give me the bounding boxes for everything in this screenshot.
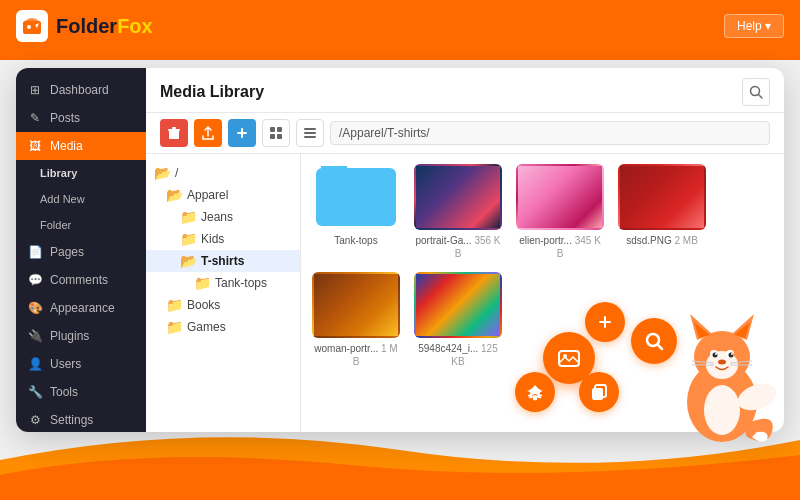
folder-open-icon: 📂 [166, 187, 183, 203]
folder-icon: 📁 [180, 231, 197, 247]
image-thumbnail [516, 164, 604, 230]
sidebar-item-tools[interactable]: 🔧 Tools [16, 378, 146, 406]
image-thumbnail [618, 164, 706, 230]
svg-rect-6 [168, 129, 180, 131]
path-breadcrumb: /Apparel/T-shirts/ [330, 121, 770, 145]
tree-item-tanktops[interactable]: 📁 Tank-tops [146, 272, 300, 294]
svg-rect-14 [304, 132, 316, 134]
fab-copy-button[interactable] [579, 372, 619, 412]
image-thumbnail [312, 272, 400, 338]
sidebar-item-posts[interactable]: ✎ Posts [16, 104, 146, 132]
file-name: portrait-Ga... 356 KB [414, 234, 502, 260]
folder-icon: 📁 [166, 297, 183, 313]
tree-item-books[interactable]: 📁 Books [146, 294, 300, 316]
file-item-portrait-ga[interactable]: portrait-Ga... 356 KB [413, 164, 503, 260]
users-icon: 👤 [28, 357, 42, 371]
svg-point-39 [731, 353, 733, 355]
folder-icon: 📁 [194, 275, 211, 291]
upload-button[interactable] [194, 119, 222, 147]
sidebar-item-pages[interactable]: 📄 Pages [16, 238, 146, 266]
svg-rect-12 [277, 134, 282, 139]
appearance-icon: 🎨 [28, 301, 42, 315]
comments-icon: 💬 [28, 273, 42, 287]
file-item-sdsd-png[interactable]: sdsd.PNG 2 MB [617, 164, 707, 260]
svg-point-36 [713, 353, 718, 358]
tree-item-jeans[interactable]: 📁 Jeans [146, 206, 300, 228]
gallery-icon [558, 347, 580, 369]
folder-thumbnail [312, 164, 400, 230]
sidebar-item-plugins[interactable]: 🔌 Plugins [16, 322, 146, 350]
search-button[interactable] [742, 78, 770, 106]
svg-point-40 [718, 360, 726, 365]
tree-item-games[interactable]: 📁 Games [146, 316, 300, 338]
toolbar: /Apparel/T-shirts/ [146, 113, 784, 154]
svg-rect-24 [592, 388, 603, 400]
list-view-button[interactable] [296, 119, 324, 147]
file-item-tank-tops-folder[interactable]: Tank-tops [311, 164, 401, 260]
sidebar-item-library[interactable]: Library [16, 160, 146, 186]
sidebar-item-settings[interactable]: ⚙ Settings [16, 406, 146, 432]
svg-point-37 [729, 353, 734, 358]
sidebar-item-comments[interactable]: 💬 Comments [16, 266, 146, 294]
upload-fab-icon [526, 383, 544, 401]
help-button[interactable]: Help ▾ [724, 14, 784, 38]
sidebar-item-dashboard[interactable]: ⊞ Dashboard [16, 76, 146, 104]
svg-rect-9 [270, 127, 275, 132]
file-name: 5948c424_i... 125 KB [414, 342, 502, 368]
file-item-woman-portr[interactable]: woman-portr... 1 MB [311, 272, 401, 368]
logo: FolderFox [16, 10, 153, 42]
grid-icon [270, 127, 282, 139]
page-title: Media Library [160, 83, 264, 101]
content-header: Media Library [146, 68, 784, 113]
add-icon [236, 127, 248, 139]
svg-line-21 [658, 345, 663, 350]
file-name: woman-portr... 1 MB [312, 342, 400, 368]
folder-open-icon: 📂 [154, 165, 171, 181]
svg-rect-8 [237, 132, 247, 134]
delete-icon [168, 126, 180, 140]
search-fab-icon [644, 331, 664, 351]
upload-icon [201, 126, 215, 140]
fab-group [515, 302, 625, 412]
tree-item-tshirts[interactable]: 📂 T-shirts [146, 250, 300, 272]
image-thumbnail [414, 164, 502, 230]
sidebar-item-add-new[interactable]: Add New [16, 186, 146, 212]
sidebar-item-users[interactable]: 👤 Users [16, 350, 146, 378]
pages-icon: 📄 [28, 245, 42, 259]
fab-upload-button[interactable] [515, 372, 555, 412]
sidebar: ⊞ Dashboard ✎ Posts 🖼 Media Library Add … [16, 68, 146, 432]
sidebar-item-folder[interactable]: Folder [16, 212, 146, 238]
sidebar-item-appearance[interactable]: 🎨 Appearance [16, 294, 146, 322]
file-name: Tank-tops [334, 234, 377, 247]
fab-search-button[interactable] [631, 318, 677, 364]
svg-rect-10 [277, 127, 282, 132]
settings-icon: ⚙ [28, 413, 42, 427]
dashboard-icon: ⊞ [28, 83, 42, 97]
file-item-elien-portr[interactable]: elien-portr... 345 KB [515, 164, 605, 260]
plugins-icon: 🔌 [28, 329, 42, 343]
sidebar-item-media[interactable]: 🖼 Media [16, 132, 146, 160]
delete-button[interactable] [160, 119, 188, 147]
logo-text: FolderFox [56, 15, 153, 38]
tools-icon: 🔧 [28, 385, 42, 399]
svg-rect-19 [599, 321, 611, 323]
folder-icon: 📁 [180, 209, 197, 225]
fab-add-button[interactable] [585, 302, 625, 342]
tree-item-apparel[interactable]: 📂 Apparel [146, 184, 300, 206]
svg-point-38 [715, 353, 717, 355]
app-header: FolderFox Help ▾ [0, 0, 800, 52]
file-name: sdsd.PNG 2 MB [626, 234, 698, 247]
svg-rect-0 [23, 21, 41, 34]
folder-tree: 📂 / 📂 Apparel 📁 Jeans 📁 Kids [146, 154, 301, 432]
svg-rect-16 [559, 351, 579, 366]
add-button[interactable] [228, 119, 256, 147]
file-item-5948c424[interactable]: 5948c424_i... 125 KB [413, 272, 503, 368]
tree-item-kids[interactable]: 📁 Kids [146, 228, 300, 250]
list-icon [304, 128, 316, 138]
grid-view-button[interactable] [262, 119, 290, 147]
svg-rect-15 [304, 136, 316, 138]
tree-item-root[interactable]: 📂 / [146, 162, 300, 184]
add-fab-icon [597, 314, 613, 330]
svg-rect-5 [172, 127, 176, 129]
svg-line-3 [759, 95, 763, 99]
